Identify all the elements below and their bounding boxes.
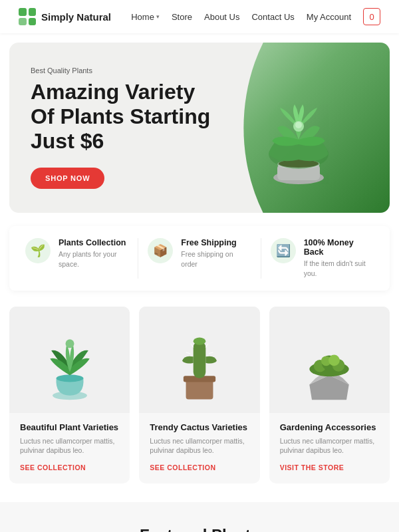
svg-line-18 xyxy=(205,344,208,348)
money-back-icon: 🔄 xyxy=(271,238,296,263)
svg-point-8 xyxy=(56,374,83,382)
shop-now-button[interactable]: SHOP NOW xyxy=(31,168,104,189)
collection-3-link[interactable]: VISIT THE STORE xyxy=(269,464,390,471)
feature-plants-collection: 🌱 Plants Collection Any plants for your … xyxy=(16,238,138,278)
collection-2-link[interactable]: SEE COLLECTION xyxy=(139,464,259,471)
feature-3-title: 100% Money Back xyxy=(304,238,374,257)
svg-point-6 xyxy=(295,122,302,128)
nav-about[interactable]: About Us xyxy=(204,12,239,22)
cart-icon[interactable]: 0 xyxy=(363,8,380,25)
feature-1-title: Plants Collection xyxy=(59,238,128,247)
collection-card-accessories: Gardening Accessories Luctus nec ullamco… xyxy=(269,307,390,483)
collection-accessories-image xyxy=(269,307,390,413)
collections-grid: Beautiful Plant Varieties Luctus nec ull… xyxy=(9,307,390,486)
featured-section: Featured Plants Lorem ipsum dolor sit am… xyxy=(0,502,399,532)
feature-1-desc: Any plants for your space. xyxy=(59,249,128,269)
svg-rect-12 xyxy=(194,341,206,378)
collection-3-title: Gardening Accessories xyxy=(280,422,379,432)
logo-icon xyxy=(19,8,36,25)
featured-title: Featured Plants xyxy=(9,526,390,532)
collection-card-plants: Beautiful Plant Varieties Luctus nec ull… xyxy=(9,307,130,483)
succulent-illustration xyxy=(232,61,365,194)
nav-home[interactable]: Home ▾ xyxy=(131,12,160,22)
free-shipping-icon: 📦 xyxy=(148,238,173,263)
collection-2-title: Trendy Cactus Varieties xyxy=(150,422,249,432)
collection-1-desc: Luctus nec ullamcorper mattis, pulvinar … xyxy=(20,436,119,456)
hero-content: Best Quality Plants Amazing Variety Of P… xyxy=(31,66,219,189)
logo: Simply Natural xyxy=(19,8,111,25)
collection-3-desc: Luctus nec ullamcorper mattis, pulvinar … xyxy=(280,436,379,456)
collection-cactus-image xyxy=(139,307,259,413)
hero-section: Best Quality Plants Amazing Variety Of P… xyxy=(9,43,390,213)
svg-line-15 xyxy=(209,352,213,354)
feature-2-desc: Free shipping on order xyxy=(181,249,251,269)
svg-point-28 xyxy=(329,354,340,366)
navbar: Simply Natural Home ▾ Store About Us Con… xyxy=(0,0,399,33)
nav-contact[interactable]: Contact Us xyxy=(251,12,294,22)
feature-money-back: 🔄 100% Money Back If the item didn't sui… xyxy=(261,238,383,278)
feature-3-desc: If the item didn't suit you. xyxy=(304,259,374,278)
collection-2-desc: Luctus nec ullamcorper mattis, pulvinar … xyxy=(150,436,249,456)
hero-badge: Best Quality Plants xyxy=(31,66,219,74)
collection-plants-image xyxy=(9,307,130,413)
hero-title: Amazing Variety Of Plants Starting Just … xyxy=(31,80,219,153)
feature-2-title: Free Shipping xyxy=(181,238,251,247)
hero-plant-image xyxy=(207,43,390,213)
nav-account[interactable]: My Account xyxy=(307,12,351,22)
nav-links: Home ▾ Store About Us Contact Us My Acco… xyxy=(131,8,380,25)
collection-1-title: Beautiful Plant Varieties xyxy=(20,422,119,432)
svg-point-19 xyxy=(194,337,206,344)
svg-line-13 xyxy=(186,352,191,354)
nav-store[interactable]: Store xyxy=(172,12,192,22)
collection-1-link[interactable]: SEE COLLECTION xyxy=(9,464,130,471)
svg-point-9 xyxy=(65,339,74,348)
plants-collection-icon: 🌱 xyxy=(25,238,51,263)
svg-line-17 xyxy=(191,344,194,348)
site-name: Simply Natural xyxy=(41,11,111,23)
collection-card-cactus: Trendy Cactus Varieties Luctus nec ullam… xyxy=(139,307,259,483)
features-bar: 🌱 Plants Collection Any plants for your … xyxy=(9,226,390,290)
feature-free-shipping: 📦 Free Shipping Free shipping on order xyxy=(138,238,261,278)
